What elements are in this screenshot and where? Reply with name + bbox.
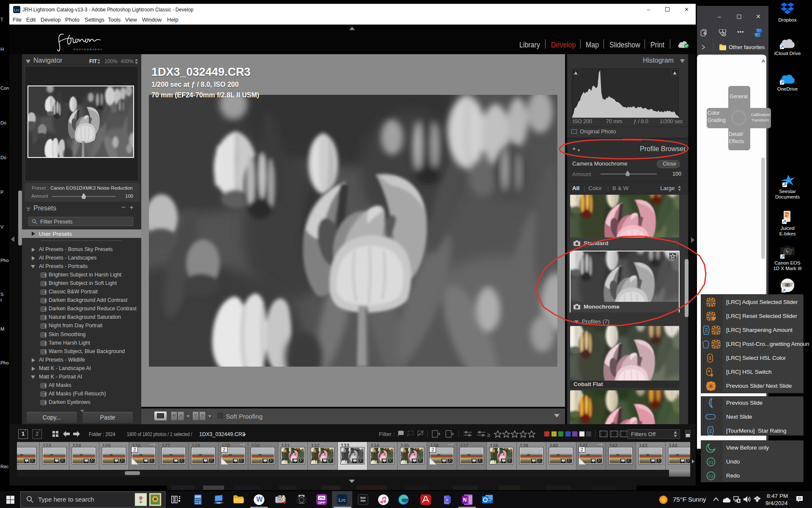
svg-text:box: box [361,499,366,502]
svg-text:PHOTOGRAPHY: PHOTOGRAPHY [74,48,103,51]
svg-text:C1: C1 [708,460,713,464]
svg-text:N: N [463,497,467,503]
svg-text:DPP: DPP [318,501,325,505]
svg-text:tour: tour [360,496,366,499]
svg-text:Lrc: Lrc [338,497,346,502]
svg-text:Lrc: Lrc [14,8,20,12]
svg-text:C2: C2 [708,474,713,478]
